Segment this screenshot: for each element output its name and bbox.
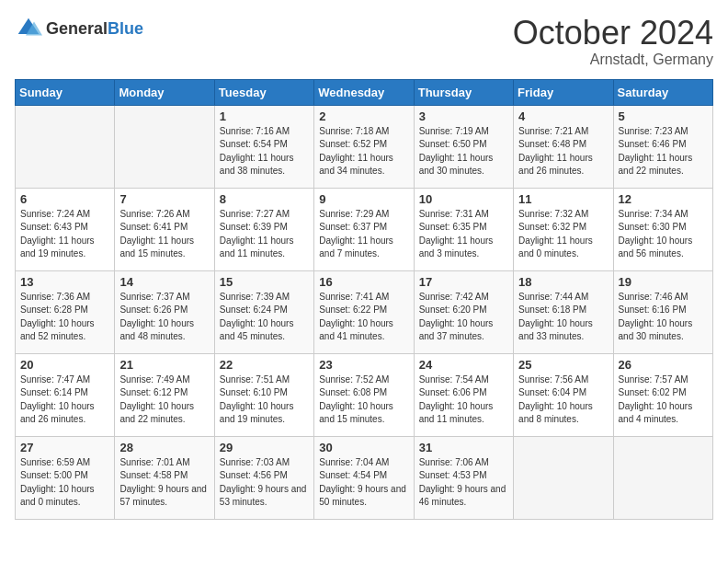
cell-daylight-info: Sunrise: 7:46 AM Sunset: 6:16 PM Dayligh… bbox=[619, 291, 708, 344]
cell-daylight-info: Sunrise: 7:39 AM Sunset: 6:24 PM Dayligh… bbox=[220, 291, 309, 344]
calendar-cell: 24Sunrise: 7:54 AM Sunset: 6:06 PM Dayli… bbox=[414, 353, 513, 436]
cell-date-number: 31 bbox=[419, 441, 508, 454]
cell-date-number: 17 bbox=[419, 275, 508, 289]
cell-date-number: 26 bbox=[619, 358, 708, 372]
cell-daylight-info: Sunrise: 7:16 AM Sunset: 6:54 PM Dayligh… bbox=[220, 125, 309, 178]
cell-date-number: 9 bbox=[319, 192, 408, 206]
calendar-cell: 21Sunrise: 7:49 AM Sunset: 6:12 PM Dayli… bbox=[115, 353, 214, 436]
calendar-cell: 4Sunrise: 7:21 AM Sunset: 6:48 PM Daylig… bbox=[514, 105, 613, 188]
cell-date-number: 30 bbox=[319, 441, 408, 454]
calendar-cell: 12Sunrise: 7:34 AM Sunset: 6:30 PM Dayli… bbox=[613, 188, 712, 270]
day-header-thursday: Thursday bbox=[414, 79, 513, 105]
month-title: October 2024 bbox=[513, 15, 713, 52]
cell-daylight-info: Sunrise: 7:04 AM Sunset: 4:54 PM Dayligh… bbox=[319, 456, 408, 510]
cell-date-number: 8 bbox=[220, 192, 309, 206]
day-header-tuesday: Tuesday bbox=[214, 79, 313, 105]
day-header-monday: Monday bbox=[115, 79, 214, 105]
cell-date-number: 22 bbox=[220, 358, 309, 372]
cell-daylight-info: Sunrise: 7:49 AM Sunset: 6:12 PM Dayligh… bbox=[119, 373, 209, 427]
title-area: October 2024 Arnstadt, Germany bbox=[513, 15, 713, 68]
cell-date-number: 14 bbox=[119, 275, 209, 289]
cell-daylight-info: Sunrise: 7:44 AM Sunset: 6:18 PM Dayligh… bbox=[518, 291, 608, 344]
cell-daylight-info: Sunrise: 7:37 AM Sunset: 6:26 PM Dayligh… bbox=[119, 291, 209, 344]
cell-date-number: 27 bbox=[20, 441, 109, 454]
calendar-cell: 14Sunrise: 7:37 AM Sunset: 6:26 PM Dayli… bbox=[115, 270, 214, 353]
calendar-week-row: 6Sunrise: 7:24 AM Sunset: 6:43 PM Daylig… bbox=[16, 188, 713, 270]
calendar-table: SundayMondayTuesdayWednesdayThursdayFrid… bbox=[15, 79, 713, 520]
cell-daylight-info: Sunrise: 7:52 AM Sunset: 6:08 PM Dayligh… bbox=[319, 373, 408, 427]
calendar-cell: 1Sunrise: 7:16 AM Sunset: 6:54 PM Daylig… bbox=[214, 105, 313, 188]
calendar-cell: 16Sunrise: 7:41 AM Sunset: 6:22 PM Dayli… bbox=[314, 270, 414, 353]
cell-date-number: 16 bbox=[319, 275, 408, 289]
calendar-cell: 17Sunrise: 7:42 AM Sunset: 6:20 PM Dayli… bbox=[414, 270, 513, 353]
calendar-cell: 13Sunrise: 7:36 AM Sunset: 6:28 PM Dayli… bbox=[16, 270, 115, 353]
cell-daylight-info: Sunrise: 7:34 AM Sunset: 6:30 PM Dayligh… bbox=[619, 208, 708, 261]
logo-icon bbox=[15, 15, 42, 42]
cell-daylight-info: Sunrise: 7:27 AM Sunset: 6:39 PM Dayligh… bbox=[220, 208, 309, 261]
cell-daylight-info: Sunrise: 7:29 AM Sunset: 6:37 PM Dayligh… bbox=[319, 208, 408, 261]
cell-date-number: 19 bbox=[619, 275, 708, 289]
calendar-cell: 22Sunrise: 7:51 AM Sunset: 6:10 PM Dayli… bbox=[214, 353, 313, 436]
calendar-cell: 9Sunrise: 7:29 AM Sunset: 6:37 PM Daylig… bbox=[314, 188, 414, 270]
cell-daylight-info: Sunrise: 7:32 AM Sunset: 6:32 PM Dayligh… bbox=[518, 208, 608, 261]
header: GeneralBlue October 2024 Arnstadt, Germa… bbox=[15, 15, 713, 68]
calendar-cell: 30Sunrise: 7:04 AM Sunset: 4:54 PM Dayli… bbox=[314, 436, 414, 519]
cell-date-number: 21 bbox=[119, 358, 209, 372]
calendar-cell: 20Sunrise: 7:47 AM Sunset: 6:14 PM Dayli… bbox=[16, 353, 115, 436]
calendar-cell: 7Sunrise: 7:26 AM Sunset: 6:41 PM Daylig… bbox=[115, 188, 214, 270]
cell-daylight-info: Sunrise: 7:31 AM Sunset: 6:35 PM Dayligh… bbox=[419, 208, 508, 261]
location-title: Arnstadt, Germany bbox=[513, 52, 713, 68]
cell-daylight-info: Sunrise: 7:19 AM Sunset: 6:50 PM Dayligh… bbox=[419, 125, 508, 178]
cell-date-number: 15 bbox=[220, 275, 309, 289]
cell-date-number: 12 bbox=[619, 192, 708, 206]
cell-date-number: 13 bbox=[20, 275, 109, 289]
calendar-cell bbox=[16, 105, 115, 188]
calendar-cell: 3Sunrise: 7:19 AM Sunset: 6:50 PM Daylig… bbox=[414, 105, 513, 188]
calendar-cell: 25Sunrise: 7:56 AM Sunset: 6:04 PM Dayli… bbox=[514, 353, 613, 436]
calendar-cell bbox=[613, 436, 712, 519]
cell-date-number: 28 bbox=[119, 441, 209, 454]
day-header-sunday: Sunday bbox=[16, 79, 115, 105]
calendar-cell: 2Sunrise: 7:18 AM Sunset: 6:52 PM Daylig… bbox=[314, 105, 414, 188]
cell-date-number: 5 bbox=[619, 109, 708, 123]
cell-date-number: 24 bbox=[419, 358, 508, 372]
calendar-cell: 29Sunrise: 7:03 AM Sunset: 4:56 PM Dayli… bbox=[214, 436, 313, 519]
calendar-cell: 5Sunrise: 7:23 AM Sunset: 6:46 PM Daylig… bbox=[613, 105, 712, 188]
cell-daylight-info: Sunrise: 7:36 AM Sunset: 6:28 PM Dayligh… bbox=[20, 291, 109, 344]
calendar-cell: 27Sunrise: 6:59 AM Sunset: 5:00 PM Dayli… bbox=[16, 436, 115, 519]
day-header-saturday: Saturday bbox=[613, 79, 712, 105]
logo: GeneralBlue bbox=[15, 15, 143, 42]
calendar-cell: 8Sunrise: 7:27 AM Sunset: 6:39 PM Daylig… bbox=[214, 188, 313, 270]
cell-daylight-info: Sunrise: 7:18 AM Sunset: 6:52 PM Dayligh… bbox=[319, 125, 408, 178]
cell-daylight-info: Sunrise: 7:23 AM Sunset: 6:46 PM Dayligh… bbox=[619, 125, 708, 178]
cell-daylight-info: Sunrise: 6:59 AM Sunset: 5:00 PM Dayligh… bbox=[20, 456, 109, 510]
cell-daylight-info: Sunrise: 7:51 AM Sunset: 6:10 PM Dayligh… bbox=[220, 373, 309, 427]
cell-daylight-info: Sunrise: 7:24 AM Sunset: 6:43 PM Dayligh… bbox=[20, 208, 109, 261]
calendar-cell: 11Sunrise: 7:32 AM Sunset: 6:32 PM Dayli… bbox=[514, 188, 613, 270]
cell-daylight-info: Sunrise: 7:03 AM Sunset: 4:56 PM Dayligh… bbox=[220, 456, 309, 510]
cell-daylight-info: Sunrise: 7:26 AM Sunset: 6:41 PM Dayligh… bbox=[119, 208, 209, 261]
calendar-cell bbox=[514, 436, 613, 519]
cell-date-number: 3 bbox=[419, 109, 508, 123]
calendar-week-row: 1Sunrise: 7:16 AM Sunset: 6:54 PM Daylig… bbox=[16, 105, 713, 188]
cell-date-number: 1 bbox=[220, 109, 309, 123]
calendar-cell bbox=[115, 105, 214, 188]
calendar-cell: 26Sunrise: 7:57 AM Sunset: 6:02 PM Dayli… bbox=[613, 353, 712, 436]
cell-date-number: 11 bbox=[518, 192, 608, 206]
logo-general-text: GeneralBlue bbox=[46, 20, 143, 38]
cell-date-number: 6 bbox=[20, 192, 109, 206]
calendar-cell: 10Sunrise: 7:31 AM Sunset: 6:35 PM Dayli… bbox=[414, 188, 513, 270]
day-header-wednesday: Wednesday bbox=[314, 79, 414, 105]
cell-daylight-info: Sunrise: 7:01 AM Sunset: 4:58 PM Dayligh… bbox=[119, 456, 209, 510]
calendar-header-row: SundayMondayTuesdayWednesdayThursdayFrid… bbox=[16, 79, 713, 105]
calendar-cell: 28Sunrise: 7:01 AM Sunset: 4:58 PM Dayli… bbox=[115, 436, 214, 519]
cell-date-number: 25 bbox=[518, 358, 608, 372]
calendar-cell: 19Sunrise: 7:46 AM Sunset: 6:16 PM Dayli… bbox=[613, 270, 712, 353]
cell-date-number: 7 bbox=[119, 192, 209, 206]
day-header-friday: Friday bbox=[514, 79, 613, 105]
cell-daylight-info: Sunrise: 7:56 AM Sunset: 6:04 PM Dayligh… bbox=[518, 373, 608, 427]
cell-date-number: 4 bbox=[518, 109, 608, 123]
cell-daylight-info: Sunrise: 7:21 AM Sunset: 6:48 PM Dayligh… bbox=[518, 125, 608, 178]
cell-daylight-info: Sunrise: 7:06 AM Sunset: 4:53 PM Dayligh… bbox=[419, 456, 508, 510]
cell-date-number: 20 bbox=[20, 358, 109, 372]
